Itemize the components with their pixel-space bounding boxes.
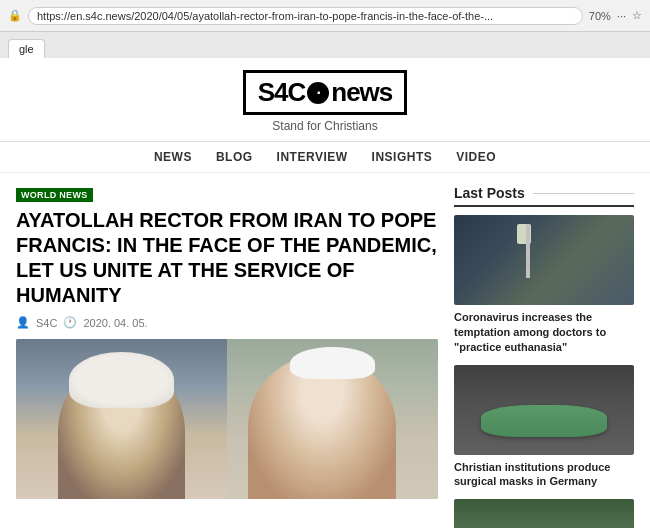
article-date: 2020. 04. 05. xyxy=(83,317,147,329)
nav-insights[interactable]: INSIGHTS xyxy=(372,150,433,164)
author-icon: 👤 xyxy=(16,316,30,329)
browser-controls: 70% ··· ☆ xyxy=(589,9,642,22)
figure-ayatollah xyxy=(16,339,227,499)
figure-pope xyxy=(227,339,438,499)
nav-video[interactable]: VIDEO xyxy=(456,150,496,164)
sidebar-post-image-3 xyxy=(454,499,634,528)
sidebar-post-image-2 xyxy=(454,365,634,455)
main-content: WORLD NEWS AYATOLLAH RECTOR FROM IRAN TO… xyxy=(0,173,650,528)
article-meta: 👤 S4C 🕐 2020. 04. 05. xyxy=(16,316,438,329)
clock-icon: 🕐 xyxy=(63,316,77,329)
more-menu-icon[interactable]: ··· xyxy=(617,10,626,22)
site-tagline: Stand for Christians xyxy=(0,119,650,133)
bookmark-icon[interactable]: ☆ xyxy=(632,9,642,22)
article-column: WORLD NEWS AYATOLLAH RECTOR FROM IRAN TO… xyxy=(16,185,438,528)
address-bar[interactable]: https://en.s4c.news/2020/04/05/ayatollah… xyxy=(28,7,583,25)
site-navigation: NEWS BLOG INTERVIEW INSIGHTS VIDEO xyxy=(0,142,650,173)
sidebar-post-2[interactable]: Christian institutions produce surgical … xyxy=(454,365,634,490)
tab-bar: gle xyxy=(0,32,650,58)
nav-news[interactable]: NEWS xyxy=(154,150,192,164)
browser-chrome: 🔒 https://en.s4c.news/2020/04/05/ayatoll… xyxy=(0,0,650,32)
sidebar: Last Posts Coronavirus increases the tem… xyxy=(454,185,634,528)
nav-blog[interactable]: BLOG xyxy=(216,150,253,164)
logo-dot: · xyxy=(307,82,329,104)
article-author: S4C xyxy=(36,317,57,329)
article-title: AYATOLLAH RECTOR FROM IRAN TO POPE FRANC… xyxy=(16,208,438,308)
zoom-level: 70% xyxy=(589,10,611,22)
lock-icon: 🔒 xyxy=(8,9,22,22)
sidebar-post-title-1: Coronavirus increases the temptation amo… xyxy=(454,310,634,355)
site-header: S4C·news Stand for Christians xyxy=(0,58,650,142)
sidebar-title: Last Posts xyxy=(454,185,634,207)
sidebar-post-image-1 xyxy=(454,215,634,305)
category-badge: WORLD NEWS xyxy=(16,188,93,202)
sidebar-post-title-2: Christian institutions produce surgical … xyxy=(454,460,634,490)
logo-s4c: S4C xyxy=(258,77,306,108)
sidebar-post-3[interactable] xyxy=(454,499,634,528)
nav-interview[interactable]: INTERVIEW xyxy=(277,150,348,164)
sidebar-post-1[interactable]: Coronavirus increases the temptation amo… xyxy=(454,215,634,355)
article-image xyxy=(16,339,438,499)
site-logo[interactable]: S4C·news xyxy=(243,70,408,115)
logo-news: news xyxy=(331,77,392,108)
browser-tab[interactable]: gle xyxy=(8,39,45,58)
